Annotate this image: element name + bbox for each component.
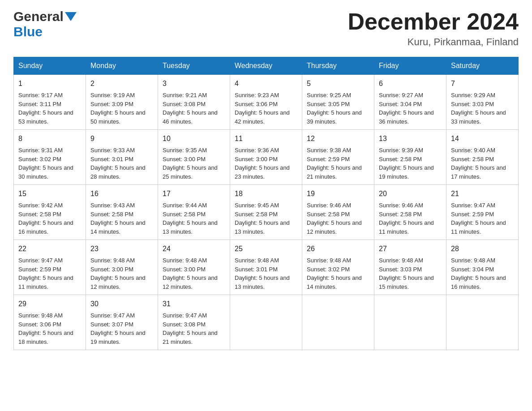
calendar-cell: 28 Sunrise: 9:48 AMSunset: 3:04 PMDaylig… — [446, 240, 519, 295]
day-number: 12 — [307, 133, 369, 144]
day-info: Sunrise: 9:21 AMSunset: 3:08 PMDaylight:… — [163, 92, 218, 125]
day-info: Sunrise: 9:39 AMSunset: 2:58 PMDaylight:… — [379, 147, 434, 180]
calendar-header-row: SundayMondayTuesdayWednesdayThursdayFrid… — [14, 57, 519, 75]
calendar-cell: 20 Sunrise: 9:46 AMSunset: 2:58 PMDaylig… — [374, 185, 446, 240]
week-row-5: 29 Sunrise: 9:48 AMSunset: 3:06 PMDaylig… — [14, 295, 519, 350]
calendar-cell: 9 Sunrise: 9:33 AMSunset: 3:01 PMDayligh… — [86, 130, 158, 185]
header-monday: Monday — [86, 57, 158, 75]
day-info: Sunrise: 9:48 AMSunset: 3:04 PMDaylight:… — [451, 257, 506, 290]
day-info: Sunrise: 9:23 AMSunset: 3:06 PMDaylight:… — [235, 92, 290, 125]
logo-general-text: General — [13, 9, 64, 24]
day-info: Sunrise: 9:48 AMSunset: 3:00 PMDaylight:… — [90, 257, 146, 290]
calendar-cell: 7 Sunrise: 9:29 AMSunset: 3:03 PMDayligh… — [446, 75, 519, 130]
day-number: 6 — [379, 78, 442, 89]
calendar-cell: 4 Sunrise: 9:23 AMSunset: 3:06 PMDayligh… — [230, 75, 302, 130]
week-row-2: 8 Sunrise: 9:31 AMSunset: 3:02 PMDayligh… — [14, 130, 519, 185]
day-number: 16 — [90, 188, 153, 199]
day-info: Sunrise: 9:25 AMSunset: 3:05 PMDaylight:… — [307, 92, 362, 125]
day-info: Sunrise: 9:42 AMSunset: 2:58 PMDaylight:… — [18, 202, 73, 235]
day-info: Sunrise: 9:35 AMSunset: 3:00 PMDaylight:… — [163, 147, 218, 180]
day-number: 13 — [379, 133, 442, 144]
day-info: Sunrise: 9:45 AMSunset: 2:58 PMDaylight:… — [235, 202, 290, 235]
day-number: 29 — [18, 299, 81, 309]
calendar-cell: 25 Sunrise: 9:48 AMSunset: 3:01 PMDaylig… — [230, 240, 302, 295]
day-number: 1 — [18, 78, 81, 89]
day-info: Sunrise: 9:48 AMSunset: 3:02 PMDaylight:… — [307, 257, 362, 290]
day-number: 20 — [379, 188, 442, 199]
day-info: Sunrise: 9:48 AMSunset: 3:06 PMDaylight:… — [18, 312, 73, 345]
day-info: Sunrise: 9:29 AMSunset: 3:03 PMDaylight:… — [451, 92, 506, 125]
logo: General Blue — [13, 9, 77, 39]
calendar-cell: 12 Sunrise: 9:38 AMSunset: 2:59 PMDaylig… — [302, 130, 374, 185]
logo-icon — [65, 12, 77, 23]
calendar-cell: 11 Sunrise: 9:36 AMSunset: 3:00 PMDaylig… — [230, 130, 302, 185]
day-info: Sunrise: 9:33 AMSunset: 3:01 PMDaylight:… — [90, 147, 146, 180]
calendar-body: 1 Sunrise: 9:17 AMSunset: 3:11 PMDayligh… — [14, 75, 519, 350]
day-number: 15 — [18, 188, 81, 199]
day-number: 7 — [451, 78, 514, 89]
page-header: General Blue December 2024 Kuru, Pirkanm… — [13, 9, 519, 48]
day-number: 11 — [235, 133, 297, 144]
day-number: 22 — [18, 244, 81, 254]
calendar-cell — [446, 295, 519, 350]
calendar-cell: 16 Sunrise: 9:43 AMSunset: 2:58 PMDaylig… — [86, 185, 158, 240]
calendar-cell: 10 Sunrise: 9:35 AMSunset: 3:00 PMDaylig… — [158, 130, 230, 185]
day-info: Sunrise: 9:44 AMSunset: 2:58 PMDaylight:… — [163, 202, 218, 235]
day-number: 14 — [451, 133, 514, 144]
day-number: 28 — [451, 244, 514, 254]
day-info: Sunrise: 9:47 AMSunset: 3:07 PMDaylight:… — [90, 312, 146, 345]
calendar-cell: 24 Sunrise: 9:48 AMSunset: 3:00 PMDaylig… — [158, 240, 230, 295]
calendar-cell: 18 Sunrise: 9:45 AMSunset: 2:58 PMDaylig… — [230, 185, 302, 240]
calendar-cell: 19 Sunrise: 9:46 AMSunset: 2:58 PMDaylig… — [302, 185, 374, 240]
week-row-1: 1 Sunrise: 9:17 AMSunset: 3:11 PMDayligh… — [14, 75, 519, 130]
day-number: 30 — [90, 299, 153, 309]
day-number: 8 — [18, 133, 81, 144]
day-info: Sunrise: 9:40 AMSunset: 2:58 PMDaylight:… — [451, 147, 506, 180]
calendar-cell: 27 Sunrise: 9:48 AMSunset: 3:03 PMDaylig… — [374, 240, 446, 295]
day-number: 25 — [235, 244, 297, 254]
day-number: 23 — [90, 244, 153, 254]
day-info: Sunrise: 9:47 AMSunset: 3:08 PMDaylight:… — [163, 312, 218, 345]
day-info: Sunrise: 9:46 AMSunset: 2:58 PMDaylight:… — [307, 202, 362, 235]
day-info: Sunrise: 9:47 AMSunset: 2:59 PMDaylight:… — [18, 257, 73, 290]
day-info: Sunrise: 9:17 AMSunset: 3:11 PMDaylight:… — [18, 92, 73, 125]
day-number: 9 — [90, 133, 153, 144]
day-number: 19 — [307, 188, 369, 199]
calendar-cell: 5 Sunrise: 9:25 AMSunset: 3:05 PMDayligh… — [302, 75, 374, 130]
day-info: Sunrise: 9:36 AMSunset: 3:00 PMDaylight:… — [235, 147, 290, 180]
day-info: Sunrise: 9:47 AMSunset: 2:59 PMDaylight:… — [451, 202, 506, 235]
day-number: 21 — [451, 188, 514, 199]
calendar-cell — [302, 295, 374, 350]
month-title: December 2024 — [348, 9, 519, 34]
calendar-cell: 13 Sunrise: 9:39 AMSunset: 2:58 PMDaylig… — [374, 130, 446, 185]
calendar-cell: 22 Sunrise: 9:47 AMSunset: 2:59 PMDaylig… — [14, 240, 86, 295]
header-saturday: Saturday — [446, 57, 519, 75]
day-number: 18 — [235, 188, 297, 199]
day-number: 3 — [163, 78, 225, 89]
day-info: Sunrise: 9:48 AMSunset: 3:01 PMDaylight:… — [235, 257, 290, 290]
day-info: Sunrise: 9:46 AMSunset: 2:58 PMDaylight:… — [379, 202, 434, 235]
calendar-cell: 3 Sunrise: 9:21 AMSunset: 3:08 PMDayligh… — [158, 75, 230, 130]
day-number: 24 — [163, 244, 225, 254]
calendar-table: SundayMondayTuesdayWednesdayThursdayFrid… — [13, 57, 519, 350]
week-row-4: 22 Sunrise: 9:47 AMSunset: 2:59 PMDaylig… — [14, 240, 519, 295]
calendar-cell: 15 Sunrise: 9:42 AMSunset: 2:58 PMDaylig… — [14, 185, 86, 240]
location: Kuru, Pirkanmaa, Finland — [348, 36, 519, 48]
svg-marker-0 — [65, 12, 77, 21]
day-info: Sunrise: 9:48 AMSunset: 3:03 PMDaylight:… — [379, 257, 434, 290]
day-info: Sunrise: 9:27 AMSunset: 3:04 PMDaylight:… — [379, 92, 434, 125]
calendar-cell: 30 Sunrise: 9:47 AMSunset: 3:07 PMDaylig… — [86, 295, 158, 350]
calendar-cell: 1 Sunrise: 9:17 AMSunset: 3:11 PMDayligh… — [14, 75, 86, 130]
calendar-cell: 23 Sunrise: 9:48 AMSunset: 3:00 PMDaylig… — [86, 240, 158, 295]
calendar-cell: 21 Sunrise: 9:47 AMSunset: 2:59 PMDaylig… — [446, 185, 519, 240]
calendar-cell: 8 Sunrise: 9:31 AMSunset: 3:02 PMDayligh… — [14, 130, 86, 185]
week-row-3: 15 Sunrise: 9:42 AMSunset: 2:58 PMDaylig… — [14, 185, 519, 240]
header-thursday: Thursday — [302, 57, 374, 75]
calendar-cell: 29 Sunrise: 9:48 AMSunset: 3:06 PMDaylig… — [14, 295, 86, 350]
day-info: Sunrise: 9:31 AMSunset: 3:02 PMDaylight:… — [18, 147, 73, 180]
calendar-cell: 14 Sunrise: 9:40 AMSunset: 2:58 PMDaylig… — [446, 130, 519, 185]
day-number: 17 — [163, 188, 225, 199]
day-number: 4 — [235, 78, 297, 89]
day-info: Sunrise: 9:48 AMSunset: 3:00 PMDaylight:… — [163, 257, 218, 290]
day-number: 5 — [307, 78, 369, 89]
